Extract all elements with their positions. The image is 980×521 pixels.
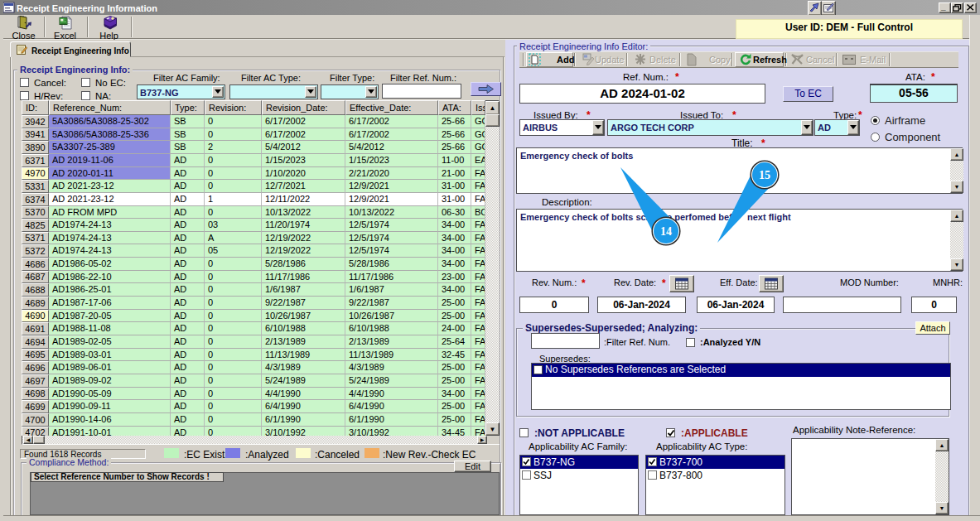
svg-text:15: 15 — [759, 169, 770, 181]
svg-text:14: 14 — [660, 225, 672, 238]
